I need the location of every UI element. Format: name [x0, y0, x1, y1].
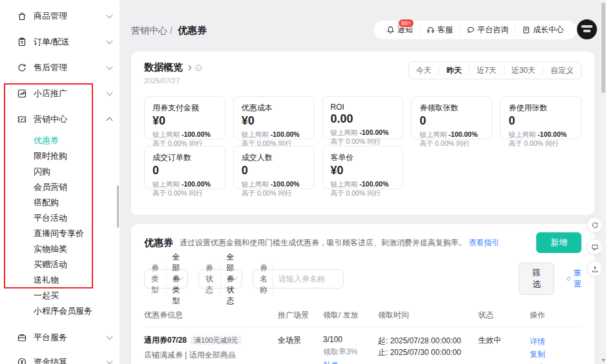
- sidebar-subitem-flash-buy[interactable]: 闪购: [0, 164, 120, 179]
- page-scrollbar: [601, 0, 606, 364]
- view-guide-link[interactable]: 查看指引: [468, 238, 499, 247]
- chat-bubble-icon: [466, 26, 475, 34]
- reset-button[interactable]: 重置: [566, 268, 584, 290]
- sidebar-subitem-buy-gift[interactable]: 买赠活动: [0, 257, 120, 272]
- sidebar-subitem-livestream-price[interactable]: 直播间专享价: [0, 226, 120, 241]
- copy-link[interactable]: 复制: [530, 348, 581, 361]
- breadcrumb-parent[interactable]: 营销中心: [131, 25, 167, 35]
- chevron-down-icon: [107, 64, 113, 70]
- document-icon: [522, 26, 530, 34]
- growth-center-label: 成长中心: [533, 25, 564, 35]
- sidebar-item-label: 平台服务: [34, 332, 107, 343]
- sidebar-item-finance[interactable]: 资金结算: [0, 352, 120, 364]
- claim-time-end: 止: 2025/07/30 00:00:00: [378, 347, 478, 358]
- info-icon[interactable]: [194, 64, 202, 72]
- sidebar-subitem-group-buy[interactable]: 一起买: [0, 288, 120, 303]
- invalidate-link[interactable]: 作废: [530, 361, 581, 364]
- sidebar-item-label: 商品管理: [34, 10, 107, 22]
- promo-scene: 全场景: [278, 327, 323, 354]
- sidebar-subitem-platform-activity[interactable]: 平台活动: [0, 210, 120, 226]
- breadcrumb-separator: /: [170, 25, 172, 35]
- platform-consult-label: 平台咨询: [477, 25, 508, 35]
- quick-actions-bar: 通知 99+ 客服 平台咨询 成长中心: [373, 20, 578, 40]
- coupon-status-select[interactable]: 券状态 全部券状态: [198, 269, 242, 288]
- sidebar-item-label: 售后管理: [34, 62, 107, 74]
- sidebar-item-label: 小店推广: [34, 88, 107, 99]
- platform-consult-button[interactable]: 平台咨询: [463, 25, 512, 35]
- sidebar-item-platform-service[interactable]: 平台服务: [0, 328, 120, 347]
- overview-title: 数据概览: [144, 61, 183, 74]
- coupon-list-card: 优惠券 通过设置优惠金额和使用门槛生成优惠券，吸引顾客进店、刺激消费并提高复购率…: [131, 224, 594, 364]
- briefcase-icon: [17, 332, 27, 343]
- stat-card-discount-cost: 优惠成本 ¥0 较上周期 -100.00% 高于 0.00% 同行: [233, 96, 315, 139]
- stat-card-orders: 成交订单数 0 较上周期 -100.00% 高于 0.00% 同行: [144, 146, 225, 189]
- customer-service-label: 客服: [437, 25, 453, 35]
- sidebar-item-marketing[interactable]: 营销中心: [0, 108, 120, 130]
- chevron-down-icon: [107, 12, 113, 19]
- divider: [515, 26, 516, 34]
- range-today[interactable]: 今天: [409, 62, 439, 79]
- table-row: 通用券07/28满100元减9元 店铺满减券 | 适用全部商品 券ID 1466…: [144, 327, 581, 364]
- trend-chart-icon: [17, 88, 27, 99]
- coupon-table: 优惠券信息 推广场景 领取/ 发放 领取时间 状态 操作 通用券07/28满10…: [144, 304, 581, 364]
- bell-icon: [386, 26, 395, 34]
- bag-icon: [17, 11, 27, 21]
- coupon-name-input[interactable]: [273, 274, 338, 283]
- sidebar-scrollbar-thumb[interactable]: [117, 185, 119, 228]
- notification-badge: 99+: [398, 19, 414, 28]
- status-text: 生效中: [478, 327, 530, 354]
- stat-card-coupon-pay-amount: 用券支付金额 ¥0 较上周期 -100.00% 高于 0.00% 同行: [144, 96, 225, 139]
- coupon-type-line: 店铺满减券 | 适用全部商品: [144, 350, 278, 361]
- sidebar-subitem-member-marketing[interactable]: 会员营销: [0, 179, 120, 195]
- filter-button[interactable]: 筛选: [519, 263, 554, 295]
- range-custom[interactable]: 自定义: [543, 62, 581, 79]
- clipboard-icon: [17, 37, 27, 47]
- date-range-selector: 今天 昨天 近7天 近30天 自定义: [408, 61, 581, 79]
- range-yesterday[interactable]: 昨天: [439, 62, 469, 79]
- growth-center-button[interactable]: 成长中心: [518, 25, 568, 35]
- upload-icon: [591, 265, 599, 273]
- sidebar-subitem-miniapp-member[interactable]: 小程序会员服务: [0, 303, 120, 319]
- sidebar-item-orders[interactable]: 订单/配送: [0, 32, 120, 52]
- coupon-icon: [17, 114, 27, 125]
- divider: [419, 26, 420, 34]
- add-coupon-button[interactable]: 新增: [536, 232, 581, 253]
- coupon-rule-tag: 满100元减9元: [191, 336, 241, 345]
- marketing-submenu: 优惠券 限时抢购 闪购 会员营销 搭配购 平台活动 直播间专享价 实物抽奖 买赠…: [0, 130, 120, 323]
- sidebar-item-promotion[interactable]: 小店推广: [0, 84, 120, 103]
- app-window: 商品管理 订单/配送 售后管理 小店推广 营销中心 优惠券 限时抢购 闪购: [0, 0, 606, 364]
- sidebar-item-label: 订单/配送: [34, 36, 107, 48]
- sidebar: 商品管理 订单/配送 售后管理 小店推广 营销中心 优惠券 限时抢购 闪购: [0, 0, 120, 364]
- page-title: 优惠券: [178, 25, 207, 35]
- sidebar-subitem-bundle-buy[interactable]: 搭配购: [0, 195, 120, 210]
- coupon-type-select[interactable]: 券类型 全部券类型: [144, 269, 188, 288]
- chevron-right-icon[interactable]: [186, 65, 191, 70]
- range-30days[interactable]: 近30天: [505, 62, 543, 79]
- chevron-down-icon: [107, 38, 113, 45]
- scrollbar-thumb[interactable]: [601, 3, 605, 93]
- coupon-name-field[interactable]: 券名称: [253, 269, 344, 288]
- stat-card-coupons-used: 券使用张数 0 较上周期 -100.00% 高于 0.00% 同行: [500, 96, 581, 139]
- coupon-section-title: 优惠券: [144, 237, 173, 249]
- stat-card-buyers: 成交人数 0 较上周期 -100.00% 高于 0.00% 同行: [233, 146, 315, 189]
- sidebar-subitem-flash-sale[interactable]: 限时抢购: [0, 148, 120, 164]
- scrollbar-down-arrow[interactable]: [601, 359, 605, 362]
- coupon-section-description: 通过设置优惠金额和使用门槛生成优惠券，吸引顾客进店、刺激消费并提高复购率。 查看…: [180, 238, 499, 248]
- claimed-count: 3/100: [323, 335, 378, 344]
- supplement-coupon-link[interactable]: 补券: [323, 360, 378, 364]
- range-7days[interactable]: 近7天: [470, 62, 504, 79]
- notifications-button[interactable]: 通知 99+: [382, 25, 417, 35]
- sidebar-subitem-coupon[interactable]: 优惠券: [0, 133, 120, 148]
- sidebar-item-products[interactable]: 商品管理: [0, 6, 120, 26]
- claim-rate: 领取率3%: [323, 347, 378, 358]
- chevron-up-icon: [107, 117, 113, 124]
- sidebar-item-aftersale[interactable]: 售后管理: [0, 58, 120, 77]
- detail-link[interactable]: 详情: [530, 335, 581, 348]
- chevron-down-icon: [107, 334, 113, 340]
- avatar[interactable]: [577, 19, 597, 39]
- chevron-down-icon: [107, 358, 113, 364]
- sidebar-subitem-send-gift[interactable]: 送礼物: [0, 272, 120, 288]
- customer-service-button[interactable]: 客服: [423, 25, 457, 35]
- sidebar-subitem-physical-lottery[interactable]: 实物抽奖: [0, 241, 120, 257]
- coupon-name: 通用券07/28: [144, 336, 187, 345]
